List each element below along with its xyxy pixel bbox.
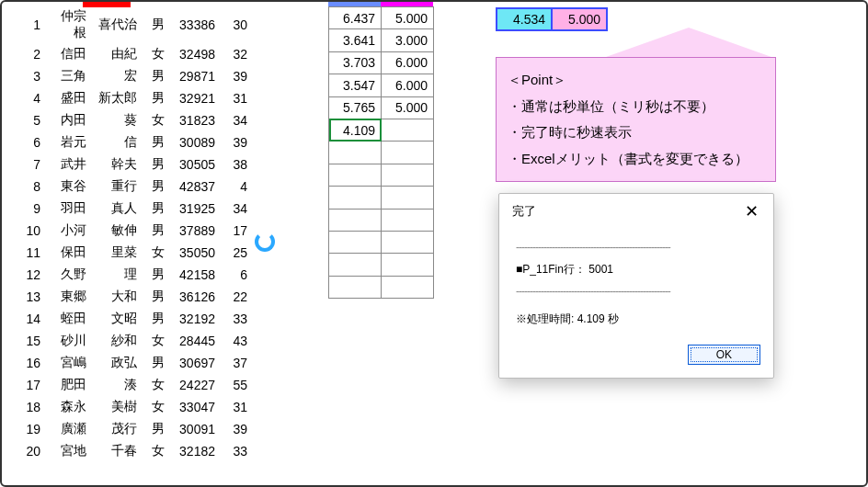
table-row[interactable]: 20宮地千春女3218233 [9, 440, 253, 462]
timing-cell-b[interactable]: 5.000 [382, 96, 434, 119]
code-cell: 28445 [170, 330, 221, 352]
row-number: 20 [9, 440, 46, 462]
code-cell: 37889 [170, 220, 221, 242]
dialog-line-2: ※処理時間: 4.109 秒 [516, 308, 757, 330]
givenname-cell: 茂行 [92, 418, 143, 440]
gender-cell: 女 [143, 109, 170, 131]
timing-cell-b[interactable] [382, 164, 434, 186]
table-row[interactable]: 13東郷大和男3612622 [9, 286, 253, 308]
timing-cell-a[interactable] [329, 254, 382, 276]
timing-cell-a[interactable]: 3.547 [329, 74, 382, 96]
timing-cell-b[interactable]: 3.000 [382, 29, 434, 51]
timing-cell-a[interactable]: 5.765 [329, 96, 382, 119]
row-number: 2 [9, 43, 46, 65]
gender-cell: 男 [143, 87, 170, 109]
timing-cell-a[interactable]: 4.109 [329, 119, 382, 141]
surname-cell: 砂川 [46, 330, 92, 352]
dialog-separator: ----------------------------------------… [516, 280, 757, 302]
table-row[interactable]: 15砂川紗和女2844543 [9, 330, 253, 352]
timing-cell-b[interactable] [382, 254, 434, 276]
surname-cell: 岩元 [46, 131, 92, 153]
row-number: 1 [9, 6, 46, 43]
gender-cell: 男 [143, 176, 170, 198]
table-row[interactable]: 17肥田湊女2422755 [9, 374, 253, 396]
timing-cell-a[interactable]: 3.641 [329, 29, 382, 51]
timing-cell-a[interactable] [329, 187, 382, 209]
row-number: 9 [9, 198, 46, 220]
age-cell: 39 [221, 131, 253, 153]
table-row[interactable]: 6岩元信男3008939 [9, 131, 253, 153]
table-row[interactable]: 11保田里菜女3505025 [9, 242, 253, 264]
surname-cell: 内田 [46, 109, 92, 131]
givenname-cell: 重行 [92, 176, 143, 198]
gender-cell: 男 [143, 352, 170, 374]
table-row[interactable]: 3三角宏男2987139 [9, 65, 253, 87]
timing-cell-b[interactable] [382, 187, 434, 209]
table-row[interactable]: 4盛田新太郎男3292131 [9, 87, 253, 109]
timing-cell-a[interactable] [329, 164, 382, 186]
age-cell: 43 [221, 330, 253, 352]
code-cell: 32498 [170, 43, 221, 65]
timing-cell-b[interactable]: 6.000 [382, 74, 434, 96]
gender-cell: 男 [143, 308, 170, 330]
row-number: 6 [9, 131, 46, 153]
age-cell: 25 [221, 242, 253, 264]
age-cell: 55 [221, 374, 253, 396]
table-row[interactable]: 2信田由紀女3249832 [9, 43, 253, 65]
table-row[interactable]: 16宮嶋政弘男3069737 [9, 352, 253, 374]
givenname-cell: 敏伸 [92, 220, 143, 242]
gender-cell: 男 [143, 65, 170, 87]
timing-cell-a[interactable]: 6.437 [329, 7, 382, 29]
timing-cell-b[interactable] [382, 231, 434, 253]
gender-cell: 男 [143, 286, 170, 308]
table-row[interactable]: 8東谷重行男428374 [9, 176, 253, 198]
dialog-separator: ----------------------------------------… [516, 236, 757, 258]
table-row[interactable]: 1仲宗根喜代治男3338630 [9, 6, 253, 43]
surname-cell: 宮嶋 [46, 352, 92, 374]
close-icon[interactable]: ✕ [740, 201, 762, 221]
surname-cell: 信田 [46, 43, 92, 65]
ok-button[interactable]: OK [688, 345, 760, 365]
table-row[interactable]: 9羽田真人男3192534 [9, 198, 253, 220]
givenname-cell: 政弘 [92, 352, 143, 374]
timing-cell-b[interactable] [382, 276, 434, 298]
gender-cell: 女 [143, 43, 170, 65]
note-line: 完了時に秒速表示 [508, 119, 764, 146]
code-cell: 32192 [170, 308, 221, 330]
timing-cell-b[interactable]: 5.000 [382, 7, 434, 29]
table-row[interactable]: 7武井幹夫男3050538 [9, 153, 253, 176]
timing-grid[interactable]: 6.4375.0003.6413.0003.7036.0003.5476.000… [328, 6, 434, 299]
givenname-cell: 新太郎 [92, 87, 143, 109]
table-row[interactable]: 19廣瀬茂行男3009139 [9, 418, 253, 440]
summary-cell-a: 4.534 [497, 8, 552, 30]
completion-dialog: 完了 ✕ -----------------------------------… [498, 193, 774, 379]
table-row[interactable]: 18森永美樹女3304731 [9, 396, 253, 418]
givenname-cell: 湊 [92, 374, 143, 396]
table-row[interactable]: 14蛭田文昭男3219233 [9, 308, 253, 330]
code-cell: 30091 [170, 418, 221, 440]
givenname-cell: 喜代治 [92, 6, 143, 43]
row-number: 3 [9, 65, 46, 87]
givenname-cell: 紗和 [92, 330, 143, 352]
age-cell: 34 [221, 198, 253, 220]
timing-cell-a[interactable] [329, 142, 382, 164]
age-cell: 30 [221, 6, 253, 43]
gender-cell: 男 [143, 264, 170, 286]
timing-cell-b[interactable]: 6.000 [382, 51, 434, 74]
timing-cell-a[interactable]: 3.703 [329, 51, 382, 74]
code-cell: 32182 [170, 440, 221, 462]
code-cell: 30089 [170, 131, 221, 153]
table-row[interactable]: 12久野理男421586 [9, 264, 253, 286]
table-row[interactable]: 5内田葵女3182334 [9, 109, 253, 131]
timing-cell-a[interactable] [329, 276, 382, 298]
timing-cell-b[interactable] [382, 142, 434, 164]
row-number: 14 [9, 308, 46, 330]
timing-cell-b[interactable] [382, 209, 434, 231]
timing-cell-a[interactable] [329, 231, 382, 253]
givenname-cell: 大和 [92, 286, 143, 308]
timing-cell-b[interactable] [382, 119, 434, 141]
age-cell: 34 [221, 109, 253, 131]
timing-cell-a[interactable] [329, 209, 382, 231]
row-number: 17 [9, 374, 46, 396]
table-row[interactable]: 10小河敏伸男3788917 [9, 220, 253, 242]
